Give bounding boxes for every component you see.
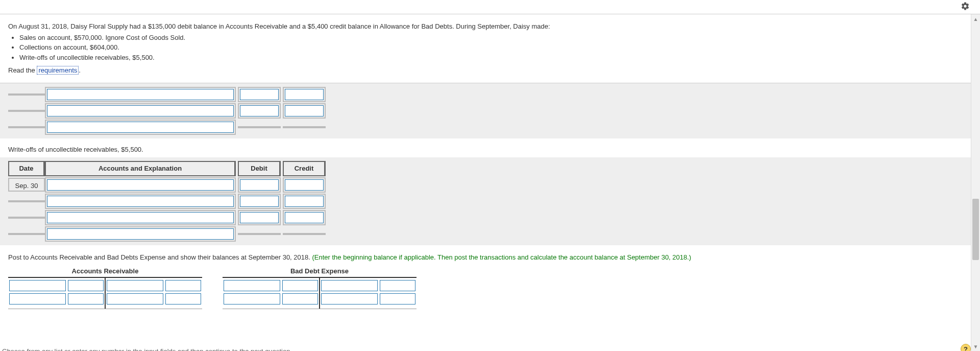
t-account-debit-amount-input[interactable] (282, 280, 318, 291)
journal-account-input[interactable] (47, 196, 234, 207)
gear-icon[interactable] (961, 2, 970, 12)
journal-date-cell (8, 233, 45, 235)
t-account-debit-input[interactable] (9, 280, 66, 291)
journal-account-input[interactable] (47, 89, 234, 100)
t-account-credit-input[interactable] (321, 293, 378, 305)
t-account-debit-amount-input[interactable] (68, 293, 104, 305)
help-icon[interactable]: ? (961, 344, 971, 351)
t-account-debit-amount-input[interactable] (68, 280, 104, 291)
scroll-up-icon[interactable]: ▲ (971, 14, 980, 24)
scroll-down-icon[interactable]: ▼ (971, 342, 980, 351)
t-account-credit-amount-input[interactable] (165, 293, 201, 305)
read-requirements-line: Read the requirements. (8, 65, 963, 76)
journal-debit-input[interactable] (240, 105, 279, 116)
journal-date-cell (8, 126, 45, 128)
journal-date-cell (8, 217, 45, 219)
journal-header-credit: Credit (283, 161, 326, 176)
journal-credit-input[interactable] (285, 196, 324, 207)
t-account-debit-input[interactable] (9, 293, 66, 305)
journal-debit-input[interactable] (240, 89, 279, 100)
journal-debit-input[interactable] (240, 179, 279, 191)
problem-bullet: Sales on account, $570,000. Ignore Cost … (19, 33, 963, 43)
journal-entry-writeoff: Date Accounts and Explanation Debit Cred… (8, 160, 326, 242)
problem-intro: On August 31, 2018, Daisy Floral Supply … (8, 21, 963, 32)
journal-credit-input[interactable] (285, 212, 324, 223)
journal-debit-cell (238, 233, 281, 235)
journal-credit-cell (283, 126, 326, 128)
journal-date-cell (8, 200, 45, 202)
journal-header-accounts: Accounts and Explanation (45, 161, 236, 176)
journal-account-input[interactable] (47, 179, 234, 191)
vertical-scrollbar[interactable]: ▲ ▼ (971, 14, 980, 351)
t-account-bde: Bad Debt Expense (223, 267, 416, 309)
journal-date-cell (8, 110, 45, 112)
t-account-debit-input[interactable] (224, 293, 280, 305)
journal-account-input[interactable] (47, 228, 234, 240)
t-account-credit-input[interactable] (107, 293, 163, 305)
journal-account-input[interactable] (47, 212, 234, 223)
journal-date-cell (8, 93, 45, 96)
problem-bullet: Write-offs of uncollectible receivables,… (19, 53, 963, 63)
problem-bullet: Collections on account, $604,000. (19, 42, 963, 53)
requirements-link[interactable]: requirements (37, 66, 79, 75)
post-instruction: Post to Accounts Receivable and Bad Debt… (8, 253, 312, 261)
journal-credit-input[interactable] (285, 89, 324, 100)
t-account-debit-amount-input[interactable] (282, 293, 318, 305)
t-account-ar: Accounts Receivable (8, 267, 202, 309)
journal-account-input[interactable] (47, 105, 234, 116)
journal-credit-input[interactable] (285, 105, 324, 116)
journal-debit-cell (238, 126, 281, 128)
writeoff-label: Write-offs of uncollectible receivables,… (0, 138, 971, 157)
t-account-debit-input[interactable] (224, 280, 280, 291)
t-account-title: Bad Debt Expense (223, 267, 416, 278)
journal-date-value: Sep. 30 (8, 178, 45, 192)
t-account-credit-input[interactable] (107, 280, 163, 291)
read-prefix: Read the (8, 66, 37, 74)
t-account-title: Accounts Receivable (8, 267, 202, 278)
t-account-credit-input[interactable] (321, 280, 378, 291)
t-account-credit-amount-input[interactable] (380, 293, 415, 305)
scroll-thumb[interactable] (972, 199, 979, 260)
journal-credit-input[interactable] (285, 179, 324, 191)
read-suffix: . (79, 66, 81, 74)
journal-account-input[interactable] (47, 122, 234, 133)
journal-header-debit: Debit (238, 161, 281, 176)
footer-instruction-cut: Choose from any list or enter any number… (2, 347, 290, 351)
journal-entry-upper (8, 86, 326, 135)
t-account-credit-amount-input[interactable] (165, 280, 201, 291)
journal-credit-cell (283, 233, 326, 235)
journal-debit-input[interactable] (240, 212, 279, 223)
t-account-credit-amount-input[interactable] (380, 280, 415, 291)
journal-header-date: Date (8, 161, 45, 176)
problem-bullet-list: Sales on account, $570,000. Ignore Cost … (8, 33, 963, 63)
journal-debit-input[interactable] (240, 196, 279, 207)
post-instruction-hint: (Enter the beginning balance if applicab… (312, 253, 692, 261)
